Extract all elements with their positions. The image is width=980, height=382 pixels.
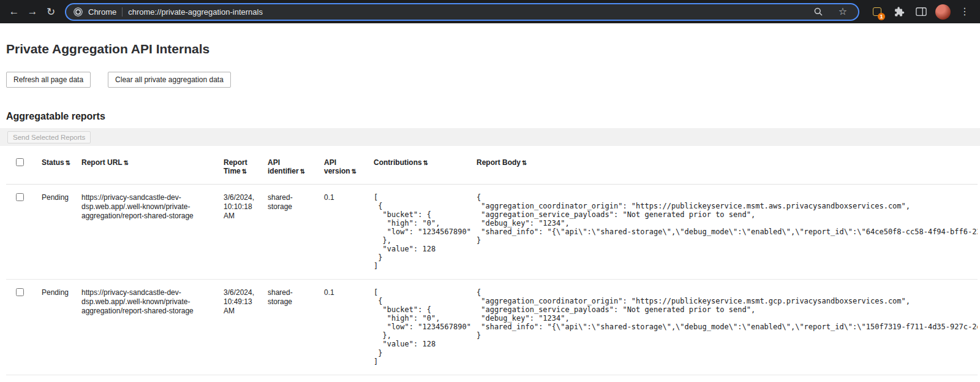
column-header-report-time[interactable]: Report Time⇅ bbox=[224, 150, 268, 185]
sort-icon: ⇅ bbox=[124, 159, 129, 166]
report-url-cell: https://privacy-sandcastle-dev-dsp.web.a… bbox=[81, 280, 224, 375]
api-version-cell: 0.1 bbox=[324, 185, 374, 280]
toolbar-right-cluster: 1 ⋮ bbox=[867, 4, 975, 20]
sort-icon: ⇅ bbox=[300, 168, 305, 175]
status-cell: Pending bbox=[42, 185, 81, 280]
browser-toolbar: ← → ↻ Chrome chrome://private-aggregatio… bbox=[0, 0, 980, 23]
column-header-contributions[interactable]: Contributions⇅ bbox=[374, 150, 477, 185]
row-select-cell bbox=[6, 185, 42, 280]
extension-notification-badge: 1 bbox=[878, 13, 885, 20]
column-header-report-body[interactable]: Report Body⇅ bbox=[477, 150, 978, 185]
contributions-cell: [ { "bucket": { "high": "0", "low": "123… bbox=[374, 185, 477, 280]
address-bar[interactable]: Chrome chrome://private-aggregation-inte… bbox=[65, 3, 859, 21]
sort-icon: ⇅ bbox=[423, 159, 428, 166]
row-select-cell bbox=[6, 280, 42, 375]
select-all-checkbox[interactable] bbox=[16, 158, 24, 166]
column-header-status[interactable]: Status⇅ bbox=[42, 150, 81, 185]
extensions-puzzle-icon[interactable] bbox=[891, 4, 907, 20]
page-actions: Refresh all page data Clear all private … bbox=[6, 72, 980, 88]
reload-icon[interactable]: ↻ bbox=[42, 2, 60, 21]
report-time-cell: 3/6/2024, 10:49:13 AM bbox=[224, 280, 268, 375]
report-row-1: Pending https://privacy-sandcastle-dev-d… bbox=[6, 185, 978, 280]
omnibox-url[interactable]: chrome://private-aggregation-internals bbox=[128, 7, 805, 17]
profile-avatar[interactable] bbox=[935, 4, 951, 20]
browser-menu-icon[interactable]: ⋮ bbox=[957, 4, 973, 20]
sort-icon: ⇅ bbox=[352, 168, 356, 175]
search-icon[interactable] bbox=[810, 4, 826, 20]
report-body-cell: { "aggregation_coordinator_origin": "htt… bbox=[477, 280, 978, 375]
report-url-cell: https://privacy-sandcastle-dev-dsp.web.a… bbox=[81, 185, 224, 280]
sort-icon: ⇅ bbox=[242, 168, 247, 175]
api-identifier-cell: shared-storage bbox=[268, 185, 324, 280]
forward-icon[interactable]: → bbox=[23, 2, 42, 21]
status-cell: Pending bbox=[42, 280, 81, 375]
send-selected-reports-button[interactable]: Send Selected Reports bbox=[7, 131, 91, 143]
row-checkbox[interactable] bbox=[16, 288, 24, 296]
reports-table: Status⇅ Report URL⇅ Report Time⇅ API ide… bbox=[6, 150, 978, 375]
back-icon[interactable]: ← bbox=[5, 2, 23, 21]
clear-all-button[interactable]: Clear all private aggregation data bbox=[108, 72, 231, 88]
page-content: Private Aggregation API Internals Refres… bbox=[0, 42, 980, 375]
select-all-header bbox=[6, 150, 42, 185]
omnibox-separator bbox=[122, 7, 123, 17]
side-panel-icon[interactable] bbox=[913, 4, 929, 20]
column-header-report-url[interactable]: Report URL⇅ bbox=[81, 150, 224, 185]
table-header-row: Status⇅ Report URL⇅ Report Time⇅ API ide… bbox=[6, 150, 978, 185]
section-title: Aggregatable reports bbox=[6, 111, 980, 122]
report-time-cell: 3/6/2024, 10:10:18 AM bbox=[224, 185, 268, 280]
omnibox-chrome-label: Chrome bbox=[88, 7, 116, 17]
report-row-2: Pending https://privacy-sandcastle-dev-d… bbox=[6, 280, 978, 375]
sort-icon: ⇅ bbox=[522, 159, 527, 166]
api-version-cell: 0.1 bbox=[324, 280, 374, 375]
extension-icon[interactable]: 1 bbox=[869, 4, 885, 20]
chrome-logo-icon bbox=[74, 7, 83, 17]
column-header-api-identifier[interactable]: API identifier⇅ bbox=[268, 150, 324, 185]
api-identifier-cell: shared-storage bbox=[268, 280, 324, 375]
row-checkbox[interactable] bbox=[16, 193, 24, 201]
sort-icon: ⇅ bbox=[66, 159, 70, 166]
page-title: Private Aggregation API Internals bbox=[6, 42, 980, 56]
report-body-cell: { "aggregation_coordinator_origin": "htt… bbox=[477, 185, 978, 280]
contributions-cell: [ { "bucket": { "high": "0", "low": "123… bbox=[374, 280, 477, 375]
refresh-all-button[interactable]: Refresh all page data bbox=[6, 72, 91, 88]
reports-toolbar: Send Selected Reports bbox=[0, 128, 980, 146]
column-header-api-version[interactable]: API version⇅ bbox=[324, 150, 374, 185]
bookmark-star-icon[interactable]: ☆ bbox=[835, 4, 851, 20]
